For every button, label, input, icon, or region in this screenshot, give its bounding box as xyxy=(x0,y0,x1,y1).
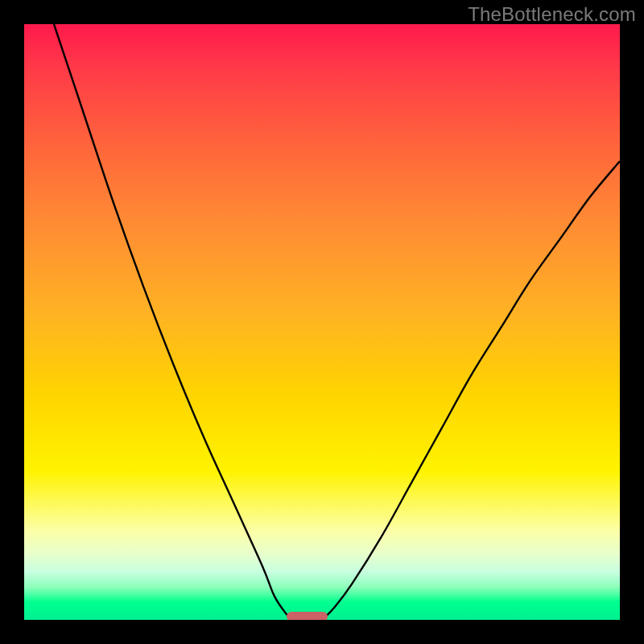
left-curve xyxy=(54,24,292,620)
watermark-text: TheBottleneck.com xyxy=(468,3,636,26)
right-curve xyxy=(322,161,620,620)
plot-area xyxy=(24,24,620,620)
outer-frame: TheBottleneck.com xyxy=(0,0,644,644)
bottleneck-marker xyxy=(287,612,328,620)
curves-layer xyxy=(24,24,620,620)
